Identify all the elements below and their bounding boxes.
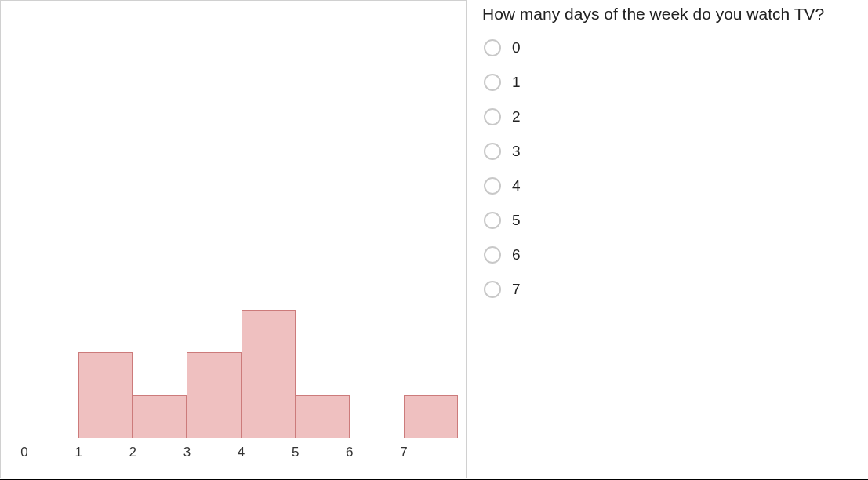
main-container: 01234567 How many days of the week do yo… xyxy=(0,0,868,480)
radio-icon[interactable] xyxy=(484,39,501,56)
bar xyxy=(404,395,458,438)
radio-icon[interactable] xyxy=(484,108,501,125)
plot-area: 01234567 xyxy=(24,9,458,438)
x-tick-label: 0 xyxy=(20,445,27,460)
radio-icon[interactable] xyxy=(484,74,501,91)
bars-group xyxy=(24,9,458,438)
bar xyxy=(296,395,350,438)
x-tick-label: 2 xyxy=(129,445,136,460)
option-5[interactable]: 5 xyxy=(484,212,860,229)
x-tick-label: 7 xyxy=(400,445,407,460)
option-label: 7 xyxy=(512,281,521,298)
radio-icon[interactable] xyxy=(484,177,501,195)
option-0[interactable]: 0 xyxy=(484,39,860,56)
x-tick-label: 4 xyxy=(238,445,245,460)
option-label: 6 xyxy=(512,246,521,264)
option-3[interactable]: 3 xyxy=(484,143,860,160)
option-label: 3 xyxy=(512,143,521,160)
x-tick-label: 1 xyxy=(74,445,82,460)
option-label: 0 xyxy=(512,39,521,56)
radio-icon[interactable] xyxy=(484,143,501,160)
option-7[interactable]: 7 xyxy=(484,281,860,298)
bar xyxy=(133,395,187,438)
option-1[interactable]: 1 xyxy=(484,74,860,91)
radio-icon[interactable] xyxy=(484,212,501,229)
bar xyxy=(78,352,133,438)
x-tick-label: 6 xyxy=(346,445,353,460)
options-list: 01234567 xyxy=(482,39,860,298)
radio-icon[interactable] xyxy=(484,281,501,298)
x-tick-label: 3 xyxy=(183,445,191,460)
option-label: 2 xyxy=(512,108,521,125)
option-6[interactable]: 6 xyxy=(484,246,860,264)
radio-icon[interactable] xyxy=(484,246,501,264)
x-tick-label: 5 xyxy=(292,445,299,460)
question-panel: How many days of the week do you watch T… xyxy=(467,0,868,479)
x-axis-line xyxy=(24,438,458,438)
option-4[interactable]: 4 xyxy=(484,177,860,195)
bar xyxy=(242,310,296,438)
option-label: 5 xyxy=(512,212,521,229)
histogram-chart: 01234567 xyxy=(0,0,467,478)
option-label: 4 xyxy=(512,177,521,195)
option-label: 1 xyxy=(512,74,521,91)
question-prompt: How many days of the week do you watch T… xyxy=(482,5,860,24)
option-2[interactable]: 2 xyxy=(484,108,860,125)
bar xyxy=(187,352,241,438)
